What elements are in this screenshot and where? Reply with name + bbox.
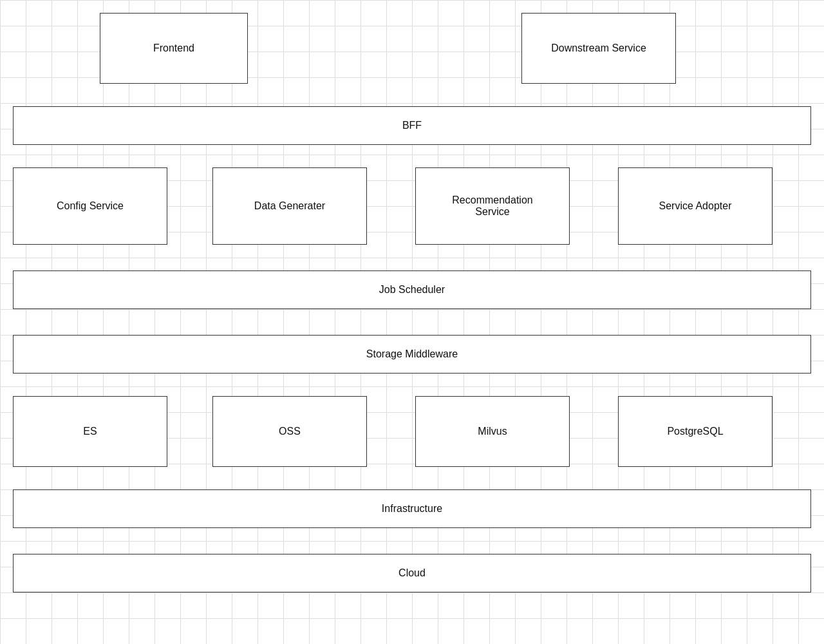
downstream-service-label: Downstream Service: [551, 43, 646, 54]
recommendation-service-box: RecommendationService: [415, 167, 570, 245]
config-service-box: Config Service: [13, 167, 167, 245]
oss-label: OSS: [279, 426, 301, 437]
postgresql-label: PostgreSQL: [667, 426, 723, 437]
milvus-label: Milvus: [478, 426, 507, 437]
job-scheduler-label: Job Scheduler: [379, 284, 445, 296]
bff-label: BFF: [402, 120, 422, 131]
milvus-box: Milvus: [415, 396, 570, 467]
oss-box: OSS: [212, 396, 367, 467]
frontend-box: Frontend: [100, 13, 248, 84]
cloud-label: Cloud: [398, 567, 426, 579]
storage-middleware-box: Storage Middleware: [13, 335, 811, 374]
postgresql-box: PostgreSQL: [618, 396, 772, 467]
architecture-diagram: Frontend Downstream Service BFF Config S…: [0, 0, 824, 644]
job-scheduler-box: Job Scheduler: [13, 270, 811, 309]
frontend-label: Frontend: [153, 43, 194, 54]
service-adopter-box: Service Adopter: [618, 167, 772, 245]
config-service-label: Config Service: [57, 200, 124, 212]
infrastructure-box: Infrastructure: [13, 489, 811, 528]
es-box: ES: [13, 396, 167, 467]
data-generater-box: Data Generater: [212, 167, 367, 245]
data-generater-label: Data Generater: [254, 200, 325, 212]
cloud-box: Cloud: [13, 554, 811, 592]
bff-box: BFF: [13, 106, 811, 145]
recommendation-service-label: RecommendationService: [452, 194, 532, 218]
service-adopter-label: Service Adopter: [659, 200, 732, 212]
es-label: ES: [83, 426, 97, 437]
downstream-service-box: Downstream Service: [521, 13, 676, 84]
storage-middleware-label: Storage Middleware: [366, 348, 458, 360]
infrastructure-label: Infrastructure: [382, 503, 442, 515]
